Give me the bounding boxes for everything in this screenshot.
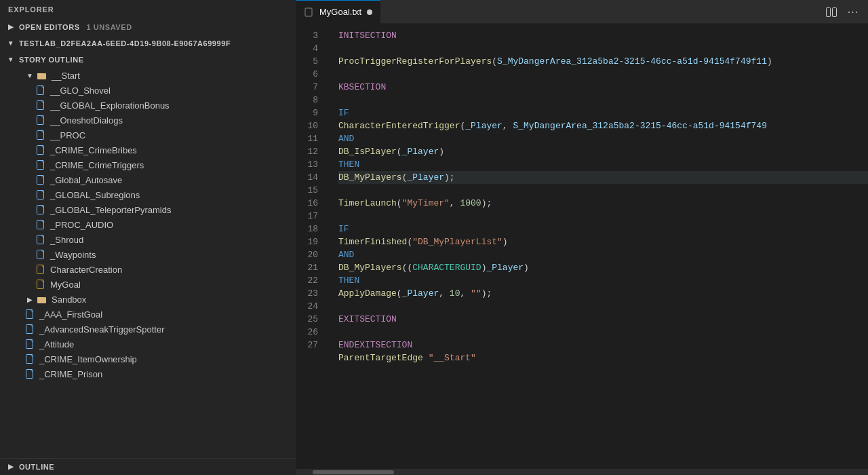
tree-item-crime-bribes[interactable]: _CRIME_CrimeBribes [0, 142, 296, 157]
tree-label-glo-shovel: __GLO_Shovel [50, 86, 111, 96]
tree-item-global-subregions[interactable]: _GLOBAL_Subregions [0, 187, 296, 202]
folder-icon-sandbox [37, 294, 47, 305]
file-icon-crime-triggers [35, 159, 46, 170]
tree-label-attitude: _Attitude [39, 339, 74, 349]
tree-label-crime-prison: _CRIME_Prison [39, 369, 102, 379]
tree-label-waypoints: _Waypoints [50, 250, 96, 260]
tree-item-global-teleporter[interactable]: _GLOBAL_TeleporterPyramids [0, 202, 296, 217]
file-icon-proc-audio [35, 219, 46, 230]
editor-toolbar: ··· [823, 4, 861, 20]
tree-item-crime-prison[interactable]: _CRIME_Prison [0, 366, 296, 381]
tree-label-aaa-first: _AAA_FirstGoal [39, 309, 102, 320]
tree-label-global-exploration: __GLOBAL_ExplorationBonus [50, 100, 170, 111]
file-icon-subregions [35, 189, 46, 200]
tree-label-char-creation: CharacterCreation [50, 265, 122, 275]
tree-label-proc-audio: _PROC_AUDIO [50, 220, 113, 230]
sidebar: EXPLORER ▶ OPEN EDITORS 1 UNSAVED ▼ TEST… [0, 0, 296, 475]
testlab-chevron: ▼ [5, 38, 16, 49]
file-icon-shroud [35, 234, 46, 245]
folder-open-icon [37, 70, 47, 81]
file-icon-char-creation [35, 264, 46, 275]
tree-label-shroud: _Shroud [50, 235, 83, 245]
file-icon-aaa-first [24, 309, 35, 320]
outline-label: OUTLINE [19, 463, 54, 471]
tree-item-glo-shovel[interactable]: __GLO_Shovel [0, 83, 296, 98]
line-numbers: 3 4 5 6 7 8 9 10 11 12 13 14 15 16 17 18… [296, 24, 330, 468]
file-icon-advanced-sneak [24, 324, 35, 335]
split-icon [826, 7, 837, 17]
tab-label: MyGoal.txt [319, 7, 361, 17]
tree-item-sandbox[interactable]: ▶ Sandbox [0, 292, 296, 307]
story-outline-label: STORY OUTLINE [19, 56, 84, 64]
file-icon-crime-prison [24, 368, 35, 379]
story-outline-section[interactable]: ▼ STORY OUTLINE [0, 52, 296, 68]
tree-item-shroud[interactable]: _Shroud [0, 232, 296, 247]
tree-item-advanced-sneak[interactable]: _AdvancedSneakTriggerSpotter [0, 322, 296, 337]
open-editors-chevron: ▶ [5, 22, 16, 33]
tree-item-oneshot[interactable]: __OneshotDialogs [0, 113, 296, 128]
tree-label-crime-item: _CRIME_ItemOwnership [39, 354, 137, 364]
more-actions-button[interactable]: ··· [845, 4, 861, 20]
tree-item-proc-audio[interactable]: _PROC_AUDIO [0, 217, 296, 232]
tree-label-global-teleporter: _GLOBAL_TeleporterPyramids [50, 205, 171, 215]
tree-label-global-autosave: _Global_Autosave [50, 175, 122, 185]
file-icon-oneshot [35, 115, 46, 126]
tree-item-global-exploration[interactable]: __GLOBAL_ExplorationBonus [0, 98, 296, 113]
tree-item-crime-triggers[interactable]: _CRIME_CrimeTriggers [0, 157, 296, 172]
tree-label-advanced-sneak: _AdvancedSneakTriggerSpotter [39, 324, 165, 335]
tree-label-proc: __PROC [50, 130, 85, 140]
tree-item-attitude[interactable]: _Attitude [0, 337, 296, 352]
explorer-header: EXPLORER [0, 0, 296, 19]
file-tab-icon [304, 7, 314, 17]
tree-item-waypoints[interactable]: _Waypoints [0, 247, 296, 262]
story-outline-chevron: ▼ [5, 54, 16, 65]
tab-mygoal[interactable]: MyGoal.txt [296, 0, 380, 24]
ellipsis-icon: ··· [848, 6, 859, 18]
code-content: 3 4 5 6 7 8 9 10 11 12 13 14 15 16 17 18… [296, 24, 868, 468]
svg-rect-24 [827, 8, 831, 17]
tab-modified-indicator [367, 10, 372, 15]
horizontal-scrollbar[interactable] [296, 468, 868, 475]
open-editors-badge: 1 UNSAVED [87, 23, 132, 31]
svg-rect-17 [37, 297, 41, 299]
file-icon-crime-bribes [35, 145, 46, 155]
testlab-label: TESTLAB_D2FEA2AA-6EED-4D19-9B08-E9067A69… [19, 39, 231, 48]
file-icon-crime-item [24, 354, 35, 364]
file-icon-mygoal [35, 279, 46, 290]
outline-chevron: ▶ [5, 461, 16, 472]
tree-label-crime-triggers: _CRIME_CrimeTriggers [50, 160, 144, 170]
tree-item-crime-item[interactable]: _CRIME_ItemOwnership [0, 352, 296, 366]
file-icon-waypoints [35, 249, 46, 260]
open-editors-label: OPEN EDITORS [19, 23, 80, 31]
file-icon-exploration [35, 100, 46, 111]
tree-item-global-autosave[interactable]: _Global_Autosave [0, 172, 296, 187]
code-editor[interactable]: INITSECTION ProcTriggerRegisterForPlayer… [330, 24, 868, 468]
scrollbar-thumb[interactable] [313, 470, 394, 474]
open-editors-section[interactable]: ▶ OPEN EDITORS 1 UNSAVED [0, 19, 296, 35]
tree-label-sandbox: Sandbox [52, 294, 86, 305]
tree-label-oneshot: __OneshotDialogs [50, 115, 123, 126]
tree-label-mygoal: MyGoal [50, 280, 81, 290]
svg-rect-1 [37, 73, 41, 75]
file-tree: ▼ __Start __GLO_Shovel __GLOBAL_Explorat… [0, 68, 296, 458]
tree-item-mygoal[interactable]: MyGoal [0, 277, 296, 292]
editor-area: MyGoal.txt ··· 3 4 5 6 7 8 9 10 1 [296, 0, 868, 475]
file-icon-proc [35, 130, 46, 140]
tab-bar: MyGoal.txt ··· [296, 0, 868, 24]
tree-item-start[interactable]: ▼ __Start [0, 68, 296, 83]
file-icon-teleporter [35, 204, 46, 215]
chevron-down-icon: ▼ [24, 70, 35, 81]
split-editor-button[interactable] [823, 4, 840, 20]
tree-item-proc[interactable]: __PROC [0, 128, 296, 142]
outline-section[interactable]: ▶ OUTLINE [0, 458, 296, 475]
tree-item-char-creation[interactable]: CharacterCreation [0, 262, 296, 277]
svg-rect-25 [833, 8, 837, 17]
testlab-section[interactable]: ▼ TESTLAB_D2FEA2AA-6EED-4D19-9B08-E9067A… [0, 35, 296, 52]
chevron-right-icon-sandbox: ▶ [24, 294, 35, 305]
svg-rect-23 [305, 8, 312, 16]
tree-label-global-subregions: _GLOBAL_Subregions [50, 190, 140, 200]
file-icon-autosave [35, 174, 46, 185]
file-icon-attitude [24, 339, 35, 349]
tree-label-crime-bribes: _CRIME_CrimeBribes [50, 145, 137, 155]
tree-item-aaa-first[interactable]: _AAA_FirstGoal [0, 307, 296, 322]
